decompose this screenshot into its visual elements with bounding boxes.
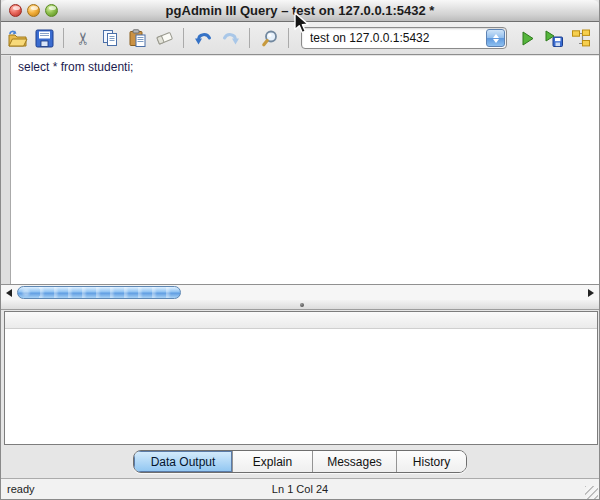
output-tab-zone: Data Output Explain Messages History <box>1 445 599 478</box>
open-file-icon <box>7 29 28 48</box>
explain-icon <box>571 29 591 47</box>
tab-label: Data Output <box>151 455 216 469</box>
execute-button[interactable] <box>515 25 539 51</box>
traffic-lights <box>9 4 58 17</box>
cancel-button[interactable] <box>596 25 600 51</box>
tab-messages[interactable]: Messages <box>312 451 396 472</box>
scroll-right-button[interactable] <box>583 285 599 301</box>
copy-icon <box>101 29 120 47</box>
copy-button[interactable] <box>98 25 122 51</box>
minimize-button[interactable] <box>27 4 40 17</box>
toolbar-separator <box>249 28 250 48</box>
save-icon <box>35 29 54 48</box>
sql-editor[interactable]: select * from studenti; <box>1 56 599 284</box>
toolbar: ✂ <box>1 22 599 55</box>
open-file-button[interactable] <box>5 25 29 51</box>
connection-input[interactable] <box>302 31 486 45</box>
close-button[interactable] <box>9 4 22 17</box>
data-output-panel <box>4 311 598 445</box>
find-button[interactable] <box>257 25 281 51</box>
tab-label: Messages <box>327 455 382 469</box>
tab-history[interactable]: History <box>396 451 466 472</box>
execute-to-file-icon <box>544 29 564 48</box>
scroll-left-icon <box>6 289 12 297</box>
find-icon <box>260 29 279 48</box>
undo-icon <box>194 29 213 47</box>
undo-button[interactable] <box>191 25 215 51</box>
connection-combobox[interactable] <box>301 27 507 49</box>
paste-icon <box>128 29 147 48</box>
toolbar-separator <box>63 28 64 48</box>
resize-grip[interactable] <box>585 486 598 499</box>
tab-explain[interactable]: Explain <box>232 451 312 472</box>
tab-label: Explain <box>253 455 292 469</box>
explain-button[interactable] <box>569 25 593 51</box>
paste-button[interactable] <box>125 25 149 51</box>
redo-icon <box>221 29 240 47</box>
stepper-down-icon <box>493 39 499 43</box>
save-button[interactable] <box>32 25 56 51</box>
scroll-right-icon <box>588 289 594 297</box>
execute-icon <box>518 29 536 48</box>
tab-data-output[interactable]: Data Output <box>134 451 232 472</box>
splitter-sash[interactable] <box>1 300 599 310</box>
titlebar[interactable]: pgAdmin III Query – test on 127.0.0.1:54… <box>1 0 599 22</box>
query-text: select * from studenti; <box>18 60 133 74</box>
cut-button[interactable]: ✂ <box>71 25 95 51</box>
editor-gutter <box>1 56 11 284</box>
redo-button[interactable] <box>218 25 242 51</box>
toolbar-separator <box>288 28 289 48</box>
output-tabbar: Data Output Explain Messages History <box>133 450 467 473</box>
cut-icon: ✂ <box>75 31 92 45</box>
statusbar: ready Ln 1 Col 24 <box>1 478 599 500</box>
combobox-stepper[interactable] <box>486 29 505 47</box>
tab-label: History <box>413 455 450 469</box>
zoom-button[interactable] <box>45 4 58 17</box>
stepper-up-icon <box>493 34 499 38</box>
grid-body[interactable] <box>5 330 597 444</box>
scroll-left-button[interactable] <box>1 285 17 301</box>
pgadmin-query-window: pgAdmin III Query – test on 127.0.0.1:54… <box>0 0 600 500</box>
cursor-position-text: Ln 1 Col 24 <box>1 483 599 495</box>
clear-button[interactable] <box>152 25 176 51</box>
splitter-grip-icon <box>300 303 304 307</box>
window-title: pgAdmin III Query – test on 127.0.0.1:54… <box>166 3 435 18</box>
clear-icon <box>155 29 174 47</box>
horizontal-scrollbar[interactable] <box>1 284 599 300</box>
toolbar-separator <box>183 28 184 48</box>
grid-header-row <box>5 312 597 329</box>
execute-to-file-button[interactable] <box>542 25 566 51</box>
scrollbar-thumb[interactable] <box>17 286 181 299</box>
